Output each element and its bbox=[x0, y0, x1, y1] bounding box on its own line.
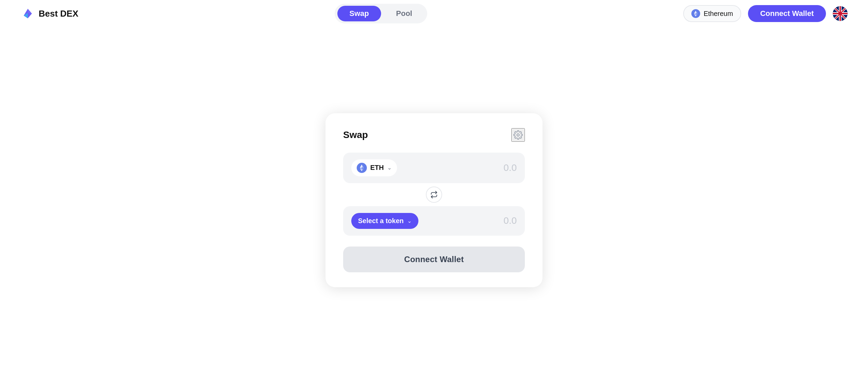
language-flag-button[interactable] bbox=[833, 6, 848, 21]
to-token-chevron-icon: ⌄ bbox=[407, 218, 412, 224]
eth-icon-small bbox=[691, 9, 700, 18]
logo-area: Best DEX bbox=[20, 6, 78, 21]
svg-point-12 bbox=[517, 134, 519, 136]
logo-text: Best DEX bbox=[39, 8, 78, 19]
from-token-symbol: ETH bbox=[370, 164, 384, 172]
to-token-row: Select a token ⌄ 0.0 bbox=[343, 206, 525, 236]
header-right: Ethereum Connect Wallet bbox=[683, 5, 848, 22]
network-selector-button[interactable]: Ethereum bbox=[683, 5, 741, 22]
to-token-selector-button[interactable]: Select a token ⌄ bbox=[351, 213, 418, 229]
from-token-selector-button[interactable]: ETH ⌄ bbox=[351, 159, 397, 176]
eth-token-icon bbox=[357, 163, 367, 173]
swap-card-header: Swap bbox=[343, 128, 525, 142]
gear-icon bbox=[513, 130, 523, 140]
swap-card-title: Swap bbox=[343, 130, 368, 140]
connect-wallet-button[interactable]: Connect Wallet bbox=[343, 247, 525, 272]
nav-swap-button[interactable]: Swap bbox=[337, 6, 381, 21]
swap-card: Swap ETH ⌄ bbox=[326, 113, 542, 287]
from-token-chevron-icon: ⌄ bbox=[387, 164, 392, 171]
nav-area: Swap Pool bbox=[335, 4, 427, 23]
swap-direction-wrap bbox=[343, 186, 525, 203]
header: Best DEX Swap Pool Ethereum Connect Wall… bbox=[0, 0, 868, 27]
nav-pool-button[interactable]: Pool bbox=[384, 6, 425, 21]
network-label: Ethereum bbox=[704, 10, 733, 18]
svg-rect-11 bbox=[833, 13, 848, 14]
swap-direction-button[interactable] bbox=[426, 186, 442, 203]
main-content: Swap ETH ⌄ bbox=[0, 27, 868, 373]
to-token-placeholder: Select a token bbox=[358, 217, 404, 225]
from-token-amount: 0.0 bbox=[504, 162, 517, 173]
connect-wallet-header-button[interactable]: Connect Wallet bbox=[748, 5, 826, 22]
to-token-amount: 0.0 bbox=[504, 215, 517, 226]
from-token-row: ETH ⌄ 0.0 bbox=[343, 153, 525, 183]
swap-vertical-icon bbox=[430, 191, 438, 198]
logo-icon bbox=[20, 6, 35, 21]
settings-button[interactable] bbox=[511, 128, 525, 142]
